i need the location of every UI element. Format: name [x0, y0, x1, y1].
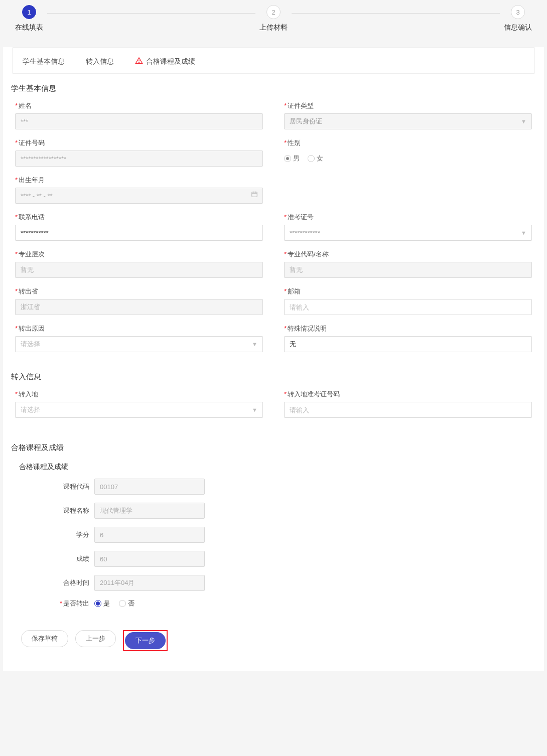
label-birth: *出生年月: [15, 176, 263, 185]
course-name-input: [94, 503, 205, 519]
name-input: [15, 113, 263, 129]
label-pass-time: 合格时间: [16, 578, 94, 587]
transfer-no-radio[interactable]: 否: [119, 599, 134, 608]
radio-dot-icon: [119, 600, 126, 607]
section-title-transfer-in: 转入信息: [11, 368, 535, 387]
chevron-down-icon: ▼: [252, 341, 257, 347]
phone-input[interactable]: [15, 225, 263, 241]
transfer-place-select[interactable]: 请选择 ▼: [15, 402, 263, 418]
label-course-code: 课程代码: [16, 482, 94, 491]
step-line: [47, 13, 255, 14]
step-3: 3 信息确认: [504, 5, 532, 32]
gender-male-radio: 男: [284, 154, 300, 163]
radio-dot-icon: [308, 155, 315, 162]
sub-title-courses: 合格课程及成绩: [16, 458, 535, 479]
save-draft-button[interactable]: 保存草稿: [21, 630, 68, 647]
tab-courses-label: 合格课程及成绩: [146, 57, 195, 66]
label-level: *专业层次: [15, 250, 263, 259]
next-button-highlight: 下一步: [123, 630, 168, 651]
exam-no-select[interactable]: ************ ▼: [284, 225, 532, 241]
label-reason: *转出原因: [15, 324, 263, 333]
pass-time-input: [94, 575, 205, 591]
reason-placeholder: 请选择: [21, 340, 40, 349]
calendar-icon: [251, 191, 258, 199]
svg-point-1: [139, 62, 139, 63]
step-2: 2 上传材料: [259, 5, 288, 32]
exam-no-value: ************: [290, 229, 320, 237]
label-score: 成绩: [16, 554, 94, 563]
tab-bar: 学生基本信息 转入信息 合格课程及成绩: [12, 47, 535, 74]
tab-courses[interactable]: 合格课程及成绩: [135, 57, 195, 66]
reason-select[interactable]: 请选择 ▼: [15, 336, 263, 352]
tab-transfer-in[interactable]: 转入信息: [86, 57, 114, 66]
label-phone: *联系电话: [15, 213, 263, 222]
level-input: [15, 262, 263, 278]
special-input[interactable]: [284, 336, 532, 352]
transfer-exam-no-input[interactable]: [284, 402, 532, 418]
major-input: [284, 262, 532, 278]
next-button[interactable]: 下一步: [125, 632, 166, 649]
label-special: *特殊情况说明: [284, 324, 532, 333]
radio-dot-icon: [284, 155, 291, 162]
credit-input: [94, 527, 205, 543]
label-transfer-exam-no: *转入地准考证号码: [284, 390, 532, 399]
label-is-transfer: *是否转出: [16, 599, 94, 608]
step-1-circle: 1: [22, 5, 36, 19]
section-title-basic: 学生基本信息: [11, 80, 535, 98]
step-1: 1 在线填表: [15, 5, 43, 32]
gender-female-radio: 女: [308, 154, 323, 163]
id-no-input: [15, 150, 263, 167]
id-type-value: 居民身份证: [290, 117, 322, 126]
gender-radio-group: 男 女: [284, 150, 532, 167]
label-province: *转出省: [15, 287, 263, 296]
steps-indicator: 1 在线填表 2 上传材料 3 信息确认: [0, 0, 547, 47]
birth-input: [15, 188, 263, 204]
score-input: [94, 551, 205, 567]
step-1-label: 在线填表: [15, 23, 43, 32]
transfer-yes-radio[interactable]: 是: [94, 599, 110, 608]
label-id-type: *证件类型: [284, 101, 532, 110]
course-code-input: [94, 479, 205, 495]
chevron-down-icon: ▼: [252, 407, 257, 413]
radio-dot-icon: [94, 600, 101, 607]
svg-rect-2: [252, 192, 257, 197]
label-email: *邮箱: [284, 287, 532, 296]
label-major: *专业代码/名称: [284, 250, 532, 259]
warning-icon: [135, 57, 143, 66]
id-type-select: 居民身份证 ▼: [284, 113, 532, 129]
label-course-name: 课程名称: [16, 506, 94, 515]
prev-button[interactable]: 上一步: [75, 630, 116, 647]
label-id-no: *证件号码: [15, 138, 263, 147]
step-2-circle: 2: [266, 5, 281, 19]
province-input: [15, 299, 263, 315]
step-3-label: 信息确认: [504, 23, 532, 32]
step-2-label: 上传材料: [259, 23, 288, 32]
label-credit: 学分: [16, 530, 94, 539]
label-name: *姓名: [15, 101, 263, 110]
transfer-place-placeholder: 请选择: [21, 405, 40, 414]
section-title-courses: 合格课程及成绩: [11, 439, 535, 458]
email-input[interactable]: [284, 299, 532, 315]
chevron-down-icon: ▼: [521, 230, 526, 236]
footer-actions: 保存草稿 上一步 下一步: [12, 616, 535, 651]
is-transfer-radio-group: 是 否: [94, 599, 134, 608]
chevron-down-icon: ▼: [521, 118, 526, 124]
step-3-circle: 3: [511, 5, 525, 19]
tab-basic-info[interactable]: 学生基本信息: [23, 57, 65, 66]
label-exam-no: *准考证号: [284, 213, 532, 222]
label-gender: *性别: [284, 138, 532, 147]
label-transfer-place: *转入地: [15, 390, 263, 399]
step-line: [292, 13, 500, 14]
